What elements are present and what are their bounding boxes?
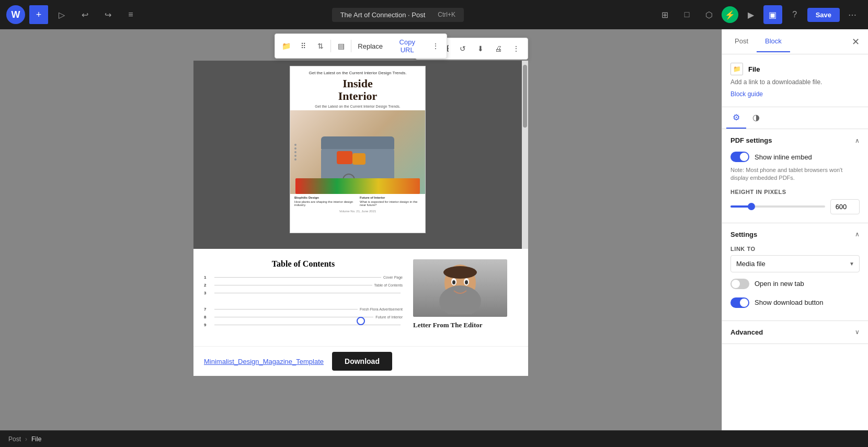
rotate-button[interactable]: ↺	[454, 40, 471, 57]
more-options-button[interactable]: ⋯	[843, 5, 862, 24]
block-desc: Add a link to a downloadable file.	[730, 78, 860, 86]
device-preview-button[interactable]: □	[678, 5, 696, 24]
settings-gear-icon: ⚙	[733, 113, 740, 122]
tab-block[interactable]: Block	[757, 31, 790, 52]
sidebar-toggle-button[interactable]: ▣	[763, 5, 782, 24]
replace-button[interactable]: Replace	[353, 40, 387, 52]
height-slider-thumb[interactable]	[748, 203, 755, 210]
external-icon: ⬡	[705, 10, 713, 20]
advanced-section-header[interactable]: Advanced ∨	[722, 321, 868, 343]
toc-item-9: 9	[204, 323, 403, 327]
download-bar: Minimalist_Design_Magazine_Template Down…	[193, 346, 528, 376]
style-tab-settings[interactable]: ⚙	[726, 107, 746, 129]
help-button[interactable]: ?	[785, 5, 804, 24]
svg-point-1	[439, 285, 481, 314]
topbar-center: The Art of Connection · Post Ctrl+K	[144, 8, 652, 22]
dot-5	[294, 158, 296, 161]
toc-name-8: Future of Interior	[375, 315, 403, 319]
sidebar-header: Post Block ✕	[722, 29, 868, 54]
magazine-cover: Get the Latest on the Current Interior D…	[193, 61, 522, 249]
link-to-select[interactable]: Media file None Custom URL	[730, 255, 860, 272]
height-input[interactable]: 600	[830, 199, 860, 214]
style-tab-appearance[interactable]: ◑	[746, 107, 766, 129]
more-block-button[interactable]: ⋮	[427, 38, 443, 54]
toc-left: Table of Contents 1 Cover Page 2 Table o…	[204, 259, 403, 330]
block-info: 📁 File Add a link to a downloadable file…	[722, 54, 868, 107]
dot-3	[294, 151, 296, 153]
pdf-settings-content: Show inline embed Note: Most phone and t…	[722, 152, 868, 223]
block-guide-link[interactable]: Block guide	[730, 90, 763, 98]
mag-subtitle: Get the Latest on the Current Interior D…	[290, 102, 425, 110]
topbar: W + ▷ ↩ ↪ ≡ The Art of Connection · Post…	[0, 0, 868, 29]
copy-url-button[interactable]: Copy URL	[388, 36, 426, 56]
toc-right: Letter From The Editor	[413, 259, 518, 330]
mag-dots	[294, 144, 296, 161]
mag-image-area	[290, 110, 425, 194]
post-title-button[interactable]: The Art of Connection · Post Ctrl+K	[332, 8, 464, 22]
file-link[interactable]: Minimalist_Design_Magazine_Template	[204, 358, 324, 365]
undo-button[interactable]: ↩	[75, 5, 94, 24]
download-button[interactable]: Download	[332, 352, 392, 371]
breadcrumb-post[interactable]: Post	[8, 435, 21, 443]
link-to-label: LINK TO	[730, 246, 860, 252]
show-download-toggle-row: Show download button	[730, 297, 860, 308]
wp-logo[interactable]: W	[6, 5, 25, 24]
toc-num-7: 7	[204, 307, 212, 312]
show-download-toggle[interactable]	[730, 297, 749, 308]
toc-title: Table of Contents	[204, 259, 403, 269]
plugin-button[interactable]: ⚡	[722, 6, 738, 23]
open-new-tab-toggle-row: Open in new tab	[730, 279, 860, 289]
add-block-button[interactable]: +	[29, 5, 48, 24]
toc-line-9	[214, 325, 401, 325]
external-preview-button[interactable]: ⬡	[700, 5, 718, 24]
list-view-button[interactable]: ≡	[121, 5, 140, 24]
cursor-icon: ▷	[59, 10, 65, 20]
pdf-content-area: Table of Contents 1 Cover Page 2 Table o…	[193, 249, 528, 346]
redo-button[interactable]: ↪	[98, 5, 117, 24]
settings-section-chevron: ∧	[855, 231, 860, 238]
dot-1	[294, 144, 296, 146]
more-inner-icon: ⋮	[512, 44, 520, 53]
tab-post[interactable]: Post	[726, 31, 757, 52]
open-new-tab-toggle[interactable]	[730, 279, 749, 289]
style-tabs: ⚙ ◑	[722, 107, 868, 129]
letter-from-editor-title: Letter From The Editor	[413, 321, 518, 329]
pdf-settings-header[interactable]: PDF settings ∧	[722, 129, 868, 152]
more-inner-button[interactable]: ⋮	[508, 40, 524, 57]
toc-line-1	[214, 277, 381, 278]
publish-button[interactable]: ▶	[741, 5, 760, 24]
move-arrows-button[interactable]: ⇅	[312, 38, 328, 54]
breadcrumb-sep: ›	[25, 435, 27, 443]
pdf-embed-area: Get the Latest on the Current Interior D…	[193, 61, 528, 249]
pdf-scrollbar-thumb	[523, 65, 527, 128]
settings-section-header[interactable]: Settings ∧	[722, 223, 868, 246]
toc-line-3	[214, 293, 401, 293]
sidebar-close-button[interactable]: ✕	[847, 33, 864, 50]
inline-embed-label: Show inline embed	[755, 153, 812, 161]
mag-pillow2	[352, 153, 366, 165]
drag-handle-button[interactable]: ⠿	[295, 38, 312, 54]
toc-name-2: Table of Contents	[374, 283, 403, 287]
align-button[interactable]: ▤	[333, 38, 349, 54]
toc-name-7: Fresh Flora Advertisement	[360, 307, 403, 311]
breadcrumb-file[interactable]: File	[31, 435, 41, 443]
list-icon: ≡	[128, 10, 133, 19]
more-vert-icon: ⋮	[432, 42, 439, 50]
post-title-label: The Art of Connection · Post	[340, 11, 426, 19]
folder-button[interactable]: 📁	[278, 38, 294, 54]
loading-indicator	[357, 317, 365, 325]
save-button[interactable]: Save	[807, 8, 840, 22]
block-toolbar: 📁 ⠿ ⇅ ▤ Replace Copy URL ⋮	[275, 33, 447, 59]
pdf-scrollbar[interactable]	[522, 61, 528, 249]
select-mode-button[interactable]: ▷	[52, 5, 71, 24]
toc-num-8: 8	[204, 315, 212, 319]
editor-face-svg	[434, 262, 486, 314]
inline-embed-toggle[interactable]	[730, 152, 749, 162]
height-slider-track[interactable]	[730, 205, 825, 208]
zoom-button[interactable]: ⊞	[656, 5, 675, 24]
toc-item-8: 8 Future of Interior	[204, 315, 403, 319]
block-name: File	[748, 65, 760, 73]
rotate-icon: ↺	[460, 44, 466, 53]
download-icon-button[interactable]: ⬇	[472, 40, 489, 57]
print-button[interactable]: 🖨	[490, 40, 507, 57]
